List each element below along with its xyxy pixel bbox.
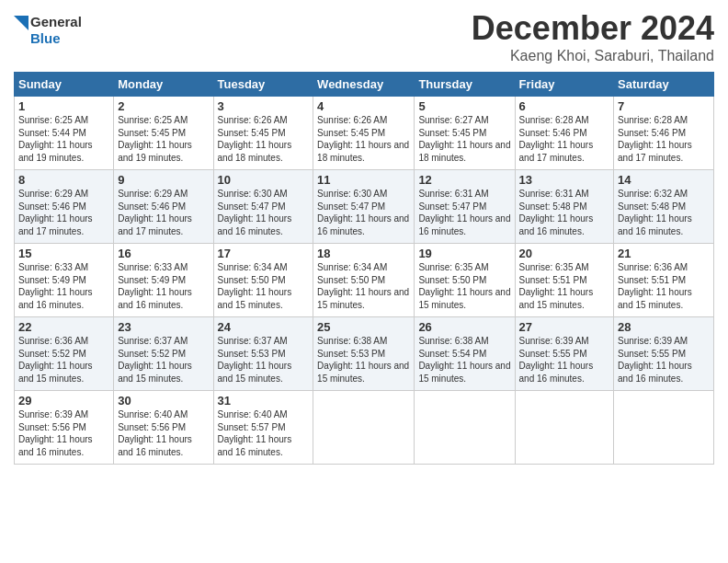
day-info: Sunrise: 6:28 AM Sunset: 5:46 PM Dayligh… [618,114,710,164]
table-row [515,391,614,465]
day-info: Sunrise: 6:39 AM Sunset: 5:55 PM Dayligh… [618,335,710,385]
day-info: Sunrise: 6:28 AM Sunset: 5:46 PM Dayligh… [519,114,610,164]
day-number: 27 [519,320,610,334]
table-row: 10 Sunrise: 6:30 AM Sunset: 5:47 PM Dayl… [213,170,313,244]
day-info: Sunrise: 6:32 AM Sunset: 5:48 PM Dayligh… [618,188,710,237]
table-row: 19 Sunrise: 6:35 AM Sunset: 5:50 PM Dayl… [415,244,515,317]
table-row: 26 Sunrise: 6:38 AM Sunset: 5:54 PM Dayl… [415,317,515,391]
day-info: Sunrise: 6:40 AM Sunset: 5:56 PM Dayligh… [118,408,209,458]
day-number: 29 [18,394,109,408]
day-number: 15 [18,247,109,260]
day-number: 5 [418,99,510,113]
table-row: 20 Sunrise: 6:35 AM Sunset: 5:51 PM Dayl… [515,244,614,317]
day-info: Sunrise: 6:29 AM Sunset: 5:46 PM Dayligh… [18,188,109,237]
table-row: 24 Sunrise: 6:37 AM Sunset: 5:53 PM Dayl… [213,317,313,391]
logo-line1: General [30,14,82,30]
table-row: 15 Sunrise: 6:33 AM Sunset: 5:49 PM Dayl… [15,244,114,317]
day-number: 4 [317,99,410,113]
day-info: Sunrise: 6:31 AM Sunset: 5:48 PM Dayligh… [519,188,610,237]
page-container: General Blue December 2024 Kaeng Khoi, S… [0,0,728,469]
table-row: 29 Sunrise: 6:39 AM Sunset: 5:56 PM Dayl… [15,391,114,465]
day-info: Sunrise: 6:36 AM Sunset: 5:51 PM Dayligh… [618,261,710,311]
table-row: 31 Sunrise: 6:40 AM Sunset: 5:57 PM Dayl… [213,391,313,465]
day-info: Sunrise: 6:37 AM Sunset: 5:53 PM Dayligh… [218,335,310,385]
table-row: 2 Sunrise: 6:25 AM Sunset: 5:45 PM Dayli… [114,97,213,170]
day-number: 8 [18,173,109,187]
day-number: 9 [118,173,209,187]
day-info: Sunrise: 6:27 AM Sunset: 5:45 PM Dayligh… [418,114,510,164]
table-row: 1 Sunrise: 6:25 AM Sunset: 5:44 PM Dayli… [15,97,114,170]
table-row: 21 Sunrise: 6:36 AM Sunset: 5:51 PM Dayl… [614,244,714,317]
header-sunday: Sunday [15,73,114,97]
table-row: 12 Sunrise: 6:31 AM Sunset: 5:47 PM Dayl… [415,170,515,244]
day-number: 28 [618,320,710,334]
day-number: 31 [218,394,310,408]
day-number: 6 [519,99,610,113]
table-row: 5 Sunrise: 6:27 AM Sunset: 5:45 PM Dayli… [415,97,515,170]
day-number: 16 [118,247,209,260]
table-row: 8 Sunrise: 6:29 AM Sunset: 5:46 PM Dayli… [15,170,114,244]
day-number: 21 [618,247,710,260]
table-row [614,391,714,465]
day-number: 26 [418,320,510,334]
day-number: 25 [317,320,410,334]
svg-marker-0 [14,16,28,30]
day-number: 7 [618,99,710,113]
day-info: Sunrise: 6:25 AM Sunset: 5:44 PM Dayligh… [18,114,109,164]
table-row: 22 Sunrise: 6:36 AM Sunset: 5:52 PM Dayl… [15,317,114,391]
day-number: 18 [317,247,410,260]
calendar-week-row: 29 Sunrise: 6:39 AM Sunset: 5:56 PM Dayl… [15,391,714,465]
day-info: Sunrise: 6:29 AM Sunset: 5:46 PM Dayligh… [118,188,209,237]
logo-triangle-icon [14,16,28,45]
header-thursday: Thursday [415,73,515,97]
table-row: 7 Sunrise: 6:28 AM Sunset: 5:46 PM Dayli… [614,97,714,170]
table-row: 17 Sunrise: 6:34 AM Sunset: 5:50 PM Dayl… [213,244,313,317]
day-info: Sunrise: 6:26 AM Sunset: 5:45 PM Dayligh… [218,114,310,164]
day-number: 13 [519,173,610,187]
day-info: Sunrise: 6:33 AM Sunset: 5:49 PM Dayligh… [18,261,109,311]
day-number: 2 [118,99,209,113]
day-info: Sunrise: 6:39 AM Sunset: 5:55 PM Dayligh… [519,335,610,385]
logo: General Blue [14,14,82,47]
table-row: 14 Sunrise: 6:32 AM Sunset: 5:48 PM Dayl… [614,170,714,244]
logo-line2: Blue [30,30,82,47]
day-info: Sunrise: 6:35 AM Sunset: 5:51 PM Dayligh… [519,261,610,311]
calendar-week-row: 15 Sunrise: 6:33 AM Sunset: 5:49 PM Dayl… [15,244,714,317]
day-number: 19 [418,247,510,260]
calendar-week-row: 1 Sunrise: 6:25 AM Sunset: 5:44 PM Dayli… [15,97,714,170]
header: General Blue December 2024 Kaeng Khoi, S… [14,9,714,64]
calendar-week-row: 8 Sunrise: 6:29 AM Sunset: 5:46 PM Dayli… [15,170,714,244]
day-info: Sunrise: 6:25 AM Sunset: 5:45 PM Dayligh… [118,114,209,164]
table-row: 30 Sunrise: 6:40 AM Sunset: 5:56 PM Dayl… [114,391,213,465]
day-number: 11 [317,173,410,187]
day-info: Sunrise: 6:37 AM Sunset: 5:52 PM Dayligh… [118,335,209,385]
table-row [313,391,415,465]
day-info: Sunrise: 6:40 AM Sunset: 5:57 PM Dayligh… [218,408,310,458]
table-row: 18 Sunrise: 6:34 AM Sunset: 5:50 PM Dayl… [313,244,415,317]
table-row [415,391,515,465]
day-number: 30 [118,394,209,408]
table-row: 23 Sunrise: 6:37 AM Sunset: 5:52 PM Dayl… [114,317,213,391]
day-info: Sunrise: 6:30 AM Sunset: 5:47 PM Dayligh… [317,188,410,237]
day-number: 20 [519,247,610,260]
header-monday: Monday [114,73,213,97]
table-row: 16 Sunrise: 6:33 AM Sunset: 5:49 PM Dayl… [114,244,213,317]
day-info: Sunrise: 6:34 AM Sunset: 5:50 PM Dayligh… [317,261,410,311]
day-number: 10 [218,173,310,187]
table-row: 28 Sunrise: 6:39 AM Sunset: 5:55 PM Dayl… [614,317,714,391]
day-number: 23 [118,320,209,334]
table-row: 25 Sunrise: 6:38 AM Sunset: 5:53 PM Dayl… [313,317,415,391]
header-tuesday: Tuesday [213,73,313,97]
day-number: 12 [418,173,510,187]
day-info: Sunrise: 6:35 AM Sunset: 5:50 PM Dayligh… [418,261,510,311]
day-number: 1 [18,99,109,113]
day-number: 24 [218,320,310,334]
day-number: 17 [218,247,310,260]
day-info: Sunrise: 6:38 AM Sunset: 5:53 PM Dayligh… [317,335,410,385]
month-title: December 2024 [472,9,714,48]
table-row: 27 Sunrise: 6:39 AM Sunset: 5:55 PM Dayl… [515,317,614,391]
header-friday: Friday [515,73,614,97]
day-info: Sunrise: 6:33 AM Sunset: 5:49 PM Dayligh… [118,261,209,311]
day-info: Sunrise: 6:30 AM Sunset: 5:47 PM Dayligh… [218,188,310,237]
title-area: December 2024 Kaeng Khoi, Saraburi, Thai… [472,9,714,64]
